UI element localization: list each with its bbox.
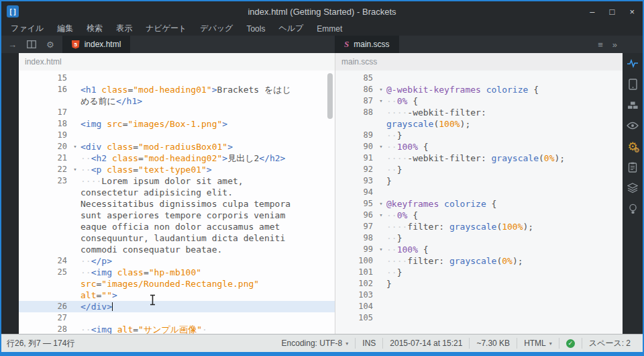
code-row[interactable]: 23····Lorem ipsum dolor sit amet, [19, 175, 335, 187]
code-row[interactable]: Necessitatibus dignissimos culpa tempora [19, 198, 335, 210]
visibility-eye-icon[interactable] [626, 120, 639, 132]
code-row[interactable]: src="images/Rounded-Rectangle.png" [19, 278, 335, 290]
code-row[interactable]: 17 [19, 107, 335, 118]
code-row[interactable]: 95▾@keyframes colorize { [335, 198, 623, 210]
code-row[interactable]: 28··<img alt="サンプル画像"· [19, 324, 335, 334]
code-row[interactable]: 105 [335, 312, 623, 324]
code-row[interactable]: 104 [335, 301, 623, 312]
lint-status[interactable]: ✓ [559, 338, 582, 349]
code-area-scss[interactable]: 8586▾@-webkit-keyframes colorize {87▾··0… [335, 71, 623, 334]
menu-item[interactable]: 検索 [80, 23, 109, 34]
nav-forward-icon[interactable]: → [8, 40, 17, 49]
tab-index-html[interactable]: 5 index.html [62, 36, 131, 53]
code-row[interactable]: consectetur adipisicing elit. [19, 187, 335, 198]
working-files-list-icon[interactable]: ≡ [598, 40, 603, 49]
code-area-html[interactable]: 1516<h1 class="mod-heading01">Brackets を… [19, 71, 335, 334]
settings-gears-icon[interactable]: ⚙⚙ [626, 140, 639, 152]
code-row[interactable]: 25··<img class="hp-mb100" [19, 267, 335, 278]
code-row[interactable]: 89··} [335, 130, 623, 141]
code-row[interactable]: eaque officia non dolor accusamus amet [19, 221, 335, 232]
menu-item[interactable]: Tools [239, 24, 272, 34]
code-row[interactable]: grayscale(100%); [335, 118, 623, 130]
extensions-bricks-icon[interactable] [626, 99, 639, 111]
code-row[interactable]: 26</div> [19, 301, 335, 312]
code-row[interactable]: 97····filter: grayscale(100%); [335, 221, 623, 232]
layers-stack-icon[interactable] [626, 182, 639, 194]
close-button[interactable]: × [629, 7, 635, 17]
code-row[interactable]: 85 [335, 73, 623, 84]
tab-main-scss[interactable]: S main.scss [335, 36, 399, 53]
code-row[interactable]: 24··</p> [19, 255, 335, 267]
code-row[interactable]: 87▾··0% { [335, 95, 623, 107]
code-row[interactable]: 94 [335, 187, 623, 198]
code-row[interactable]: 103 [335, 290, 623, 301]
code-row[interactable]: 18<img src="images/Box-1.png"> [19, 118, 335, 130]
code-line: grayscale(100%); [386, 118, 623, 130]
code-row[interactable]: consequuntur, laudantium dicta deleniti [19, 232, 335, 244]
title-bar[interactable]: [] index.html (Getting Started) - Bracke… [1, 1, 643, 21]
hint-lightbulb-icon[interactable] [626, 203, 639, 215]
device-preview-icon[interactable] [626, 78, 639, 90]
code-row[interactable]: 22▾··<p class="text-type01"> [19, 164, 335, 175]
code-row[interactable]: 20▾<div class="mod-radiusBox01"> [19, 141, 335, 152]
line-number: 15 [19, 73, 70, 84]
code-row[interactable]: 16<h1 class="mod-heading01">Brackets をはじ [19, 84, 335, 95]
scrollbar-thumb[interactable] [327, 73, 333, 119]
indent-setting[interactable]: スペース: 2 [582, 338, 637, 349]
code-row[interactable]: 93} [335, 175, 623, 187]
menu-item[interactable]: 編集 [50, 23, 80, 34]
split-view-icon[interactable] [27, 40, 36, 48]
code-row[interactable]: 86▾@-webkit-keyframes colorize { [335, 84, 623, 95]
html-file-icon: 5 [72, 40, 80, 49]
fold-arrow-icon[interactable]: ▾ [376, 84, 386, 95]
fold-gutter [376, 73, 386, 84]
code-row[interactable]: 27 [19, 312, 335, 324]
code-row[interactable]: める前に</h1> [19, 95, 335, 107]
code-row[interactable]: 99▾··100% { [335, 244, 623, 255]
fold-gutter [376, 107, 386, 118]
fold-arrow-icon[interactable]: ▾ [376, 198, 386, 210]
code-line [386, 312, 623, 324]
menu-item[interactable]: ヘルプ [272, 23, 310, 34]
code-row[interactable]: 90▾··100% { [335, 141, 623, 152]
code-row[interactable]: alt=""> [19, 290, 335, 301]
code-line [80, 130, 335, 141]
code-row[interactable]: 91····-webkit-filter: grayscale(0%); [335, 152, 623, 164]
code-row[interactable]: 98··} [335, 232, 623, 244]
snippets-clipboard-icon[interactable] [626, 161, 639, 173]
code-row[interactable]: 88····-webkit-filter: [335, 107, 623, 118]
settings-gear-icon[interactable]: ⚙ [46, 40, 54, 49]
minimize-button[interactable]: – [590, 7, 594, 17]
live-preview-pulse-icon[interactable] [626, 57, 639, 69]
code-row[interactable]: 15 [19, 73, 335, 84]
status-label: ~7.30 KB [476, 339, 510, 348]
code-row[interactable]: sunt asperiores tempore corporis veniam [19, 210, 335, 221]
language-selector[interactable]: HTML▾ [517, 338, 559, 349]
fold-arrow-icon[interactable]: ▾ [376, 244, 386, 255]
maximize-button[interactable]: □ [610, 7, 615, 17]
menu-item[interactable]: ナビゲート [139, 23, 193, 34]
menu-item[interactable]: ファイル [4, 23, 50, 34]
code-line: ··<img class="hp-mb100" [80, 267, 335, 278]
code-row[interactable]: 101··} [335, 267, 623, 278]
code-row[interactable]: 100····filter: grayscale(0%); [335, 255, 623, 267]
fold-arrow-icon[interactable]: ▾ [70, 164, 80, 175]
fold-arrow-icon[interactable]: ▾ [376, 141, 386, 152]
code-row[interactable]: 92··} [335, 164, 623, 175]
insert-mode-indicator[interactable]: INS [355, 338, 382, 349]
menu-item[interactable]: Emmet [310, 24, 349, 34]
code-row[interactable]: 96▾··0% { [335, 210, 623, 221]
fold-arrow-icon[interactable]: ▾ [376, 210, 386, 221]
fold-gutter [376, 312, 386, 324]
menu-item[interactable]: デバッグ [193, 23, 239, 34]
line-number: 100 [335, 255, 376, 267]
code-row[interactable]: 19 [19, 130, 335, 141]
encoding-selector[interactable]: Encoding: UTF-8▾ [275, 338, 356, 349]
code-row[interactable]: commodi consequatur beatae. [19, 244, 335, 255]
overflow-chevrons-icon[interactable]: » [612, 40, 617, 49]
code-row[interactable]: 102} [335, 278, 623, 290]
fold-arrow-icon[interactable]: ▾ [376, 95, 386, 107]
fold-arrow-icon[interactable]: ▾ [70, 141, 80, 152]
code-row[interactable]: 21··<h2 class="mod-heading02">見出し2</h2> [19, 152, 335, 164]
menu-item[interactable]: 表示 [109, 23, 139, 34]
